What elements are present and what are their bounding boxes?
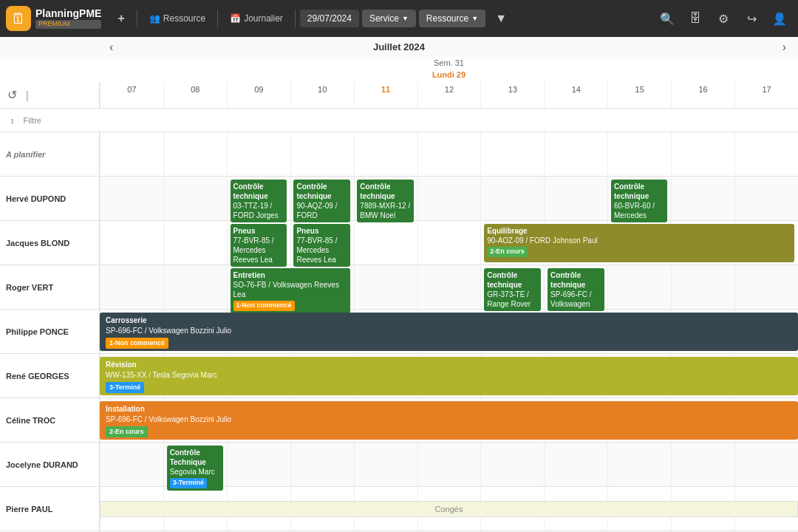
date-picker-button[interactable]: 29/07/2024	[300, 10, 359, 27]
row-cells-a-planifier	[100, 132, 798, 177]
calendar-days: 0708091011121314151617	[100, 82, 798, 108]
nav-separator-2	[217, 10, 218, 27]
collapse-button[interactable]: |	[23, 88, 32, 103]
cell-herve-dupond-col-10	[734, 177, 798, 221]
row-label-celine-troc: Céline TROC	[0, 398, 100, 442]
month-nav-row: ‹ Juillet 2024 ›	[0, 37, 798, 57]
cell-jocelyne-durand-col-0	[100, 443, 163, 487]
cell-jocelyne-durand-col-10	[734, 443, 798, 487]
event-h4[interactable]: Contrôle technique 60-BVR-60 / Mercedes	[611, 180, 667, 222]
filter-label: Filtre	[24, 116, 41, 125]
reload-button[interactable]: ↺	[4, 85, 20, 105]
chevron-down-icon: ▼	[402, 15, 409, 22]
stack-icon: 🗄	[689, 12, 701, 25]
conges-event-pp1[interactable]: Congés	[100, 501, 798, 517]
app-logo: 🗓 PlanningPME PREMIUM	[6, 6, 101, 31]
nav-separator-1	[137, 10, 137, 27]
day-header-11: 11	[354, 82, 417, 108]
days-row: ↺ | 0708091011121314151617	[0, 82, 798, 108]
service-dropdown[interactable]: Service ▼	[362, 10, 416, 27]
cell-herve-dupond-col-1	[163, 177, 227, 221]
settings-button[interactable]: ⚙	[711, 6, 736, 31]
add-button[interactable]: +	[110, 8, 132, 29]
plus-icon: +	[117, 12, 124, 25]
row-label-pierre-paul: Pierre PAUL	[0, 487, 100, 531]
cal-row-rene-georges: René GEORGESRévision WW-135-XX / Tesla S…	[0, 354, 798, 398]
filter-button[interactable]: ▼	[488, 6, 514, 31]
search-button[interactable]: 🔍	[655, 6, 680, 31]
row-cells-jacques-blond: Pneus 77-BVR-85 / Mercedes Reeves LeaPne…	[100, 221, 798, 265]
day-header-07: 07	[100, 82, 163, 108]
cell-jocelyne-durand-col-4	[354, 443, 417, 487]
event-j1[interactable]: Pneus 77-BVR-85 / Mercedes Reeves Lea	[231, 224, 287, 267]
event-h1[interactable]: Contrôle technique 03-TTZ-19 / FORD Jorg…	[231, 180, 287, 222]
row-cells-pierre-paul: Congés	[100, 487, 798, 531]
cell-jocelyne-durand-col-8	[607, 443, 671, 487]
cell-a-planifier-col-6	[480, 132, 544, 177]
cell-roger-vert-col-10	[734, 265, 798, 310]
calendar-rows: A planifierHervé DUPONDContrôle techniqu…	[0, 132, 798, 532]
day-header-14: 14	[544, 82, 607, 108]
gear-icon: ⚙	[718, 12, 729, 26]
cell-a-planifier-col-7	[544, 132, 607, 177]
event-jd1[interactable]: Contrôle Technique Segovia Marc3-Terminé	[167, 446, 223, 491]
journalier-nav-button[interactable]: 📅 Journalier	[222, 10, 290, 27]
app-premium: PREMIUM	[35, 20, 101, 29]
cell-jacques-blond-col-1	[163, 221, 227, 265]
event-j3[interactable]: Equilibrage 90-AOZ-09 / FORD Johnson Pau…	[484, 224, 794, 262]
row-cells-rene-georges: Révision WW-135-XX / Tesla Segovia Marc …	[100, 354, 798, 398]
search-icon: 🔍	[660, 12, 675, 26]
event-r2[interactable]: Contrôle technique GR-373-TE / Range Rov…	[484, 268, 540, 311]
event-h3[interactable]: Contrôle technique 7889-MXR-12 / BMW Noe…	[357, 180, 413, 222]
user-button[interactable]: 👤	[767, 6, 792, 31]
top-nav: 🗓 PlanningPME PREMIUM + 👥 Ressource 📅 Jo…	[0, 0, 798, 37]
month-label: Juillet 2024	[373, 41, 425, 52]
cal-row-a-planifier: A planifier	[0, 132, 798, 177]
cell-roger-vert-col-1	[163, 265, 227, 310]
stack-button[interactable]: 🗄	[683, 6, 708, 31]
event-h2[interactable]: Contrôle technique 90-AQZ-09 / FORD	[293, 180, 349, 222]
cell-roger-vert-col-5	[417, 265, 481, 310]
event-j2[interactable]: Pneus 77-BVR-85 / Mercedes Reeves Lea	[293, 224, 349, 267]
calendar-icon: 📅	[230, 13, 241, 24]
ressource-dropdown[interactable]: Ressource ▼	[419, 10, 485, 27]
cell-herve-dupond-col-7	[544, 177, 607, 221]
cal-row-celine-troc: Céline TROCInstallation SP-696-FC / Volk…	[0, 398, 798, 443]
cell-jocelyne-durand-col-7	[544, 443, 607, 487]
row-cells-herve-dupond: Contrôle technique 03-TTZ-19 / FORD Jorg…	[100, 177, 798, 221]
cell-herve-dupond-col-5	[417, 177, 481, 221]
cell-jocelyne-durand-col-2	[227, 443, 290, 487]
next-month-button[interactable]: ›	[777, 39, 792, 55]
day-header-15: 15	[607, 82, 671, 108]
cell-a-planifier-col-5	[417, 132, 481, 177]
row-cells-roger-vert: Entretien SO-76-FB / Volkswagen Reeves L…	[100, 265, 798, 310]
cell-jacques-blond-col-5	[417, 221, 481, 265]
event-r3[interactable]: Contrôle technique SP-696-FC / Volkswage…	[548, 268, 604, 311]
user-icon: 👤	[772, 12, 787, 26]
event-rg1[interactable]: Révision WW-135-XX / Tesla Segovia Marc …	[100, 357, 798, 395]
event-p1[interactable]: Carrosserie SP-696-FC / Volkswagen Bozzi…	[100, 313, 798, 351]
cell-a-planifier-col-3	[290, 132, 354, 177]
cell-a-planifier-col-10	[734, 132, 798, 177]
ressource-nav-button[interactable]: 👥 Ressource	[142, 10, 213, 27]
cal-row-jocelyne-durand: Jocelyne DURANDContrôle Technique Segovi…	[0, 443, 798, 487]
row-label-herve-dupond: Hervé DUPOND	[0, 177, 100, 220]
sort-icon: ↕	[10, 116, 15, 125]
row-label-roger-vert: Roger VERT	[0, 265, 100, 309]
cell-jocelyne-durand-col-6	[480, 443, 544, 487]
calendar-body[interactable]: A planifierHervé DUPONDContrôle techniqu…	[0, 132, 798, 532]
cal-row-pierre-paul: Pierre PAULCongés	[0, 487, 798, 531]
cell-jacques-blond-col-0	[100, 221, 163, 265]
day-highlight-label: Lundi 29	[432, 69, 466, 81]
sort-button[interactable]: ↕	[6, 114, 19, 127]
row-label-philippe-ponce: Philippe PONCE	[0, 310, 100, 353]
cell-jocelyne-durand-col-3	[290, 443, 354, 487]
prev-month-button[interactable]: ‹	[103, 39, 119, 55]
event-ct1[interactable]: Installation SP-696-FC / Volkswagen Bozz…	[100, 401, 798, 440]
share-button[interactable]: ↪	[739, 6, 764, 31]
filter-icon: ▼	[495, 12, 507, 25]
event-r1[interactable]: Entretien SO-76-FB / Volkswagen Reeves L…	[231, 268, 350, 313]
cell-a-planifier-col-9	[671, 132, 734, 177]
row-label-a-planifier: A planifier	[0, 132, 100, 176]
row-label-rene-georges: René GEORGES	[0, 354, 100, 398]
